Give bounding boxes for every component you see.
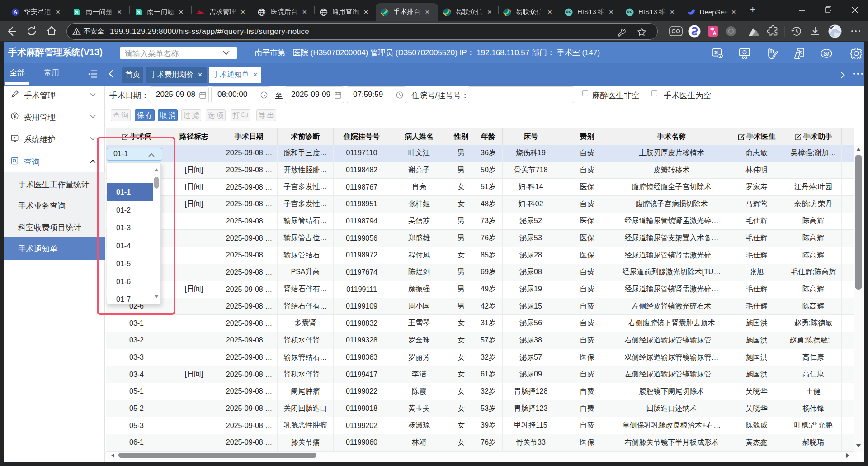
svg-text:A: A <box>713 31 716 36</box>
svg-text:SI: SI <box>714 50 718 55</box>
svg-text:SI: SI <box>824 51 829 57</box>
